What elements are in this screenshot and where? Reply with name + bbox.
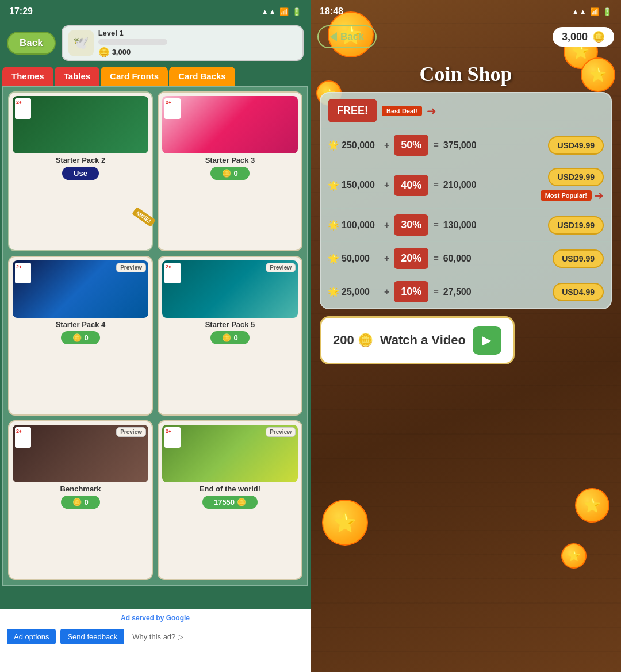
ad-served-text: Ad served by Google bbox=[0, 609, 310, 627]
action-button-5[interactable]: 🪙 0 bbox=[61, 496, 99, 509]
right-coins-badge: 3,000 🪙 bbox=[553, 27, 614, 47]
coin-icon-small: 🪙 bbox=[98, 47, 110, 57]
coin-icon-3: 🪙 bbox=[72, 333, 82, 342]
theme-grid: 2♦ MINE! Starter Pack 2 Use 2♦ Starter P… bbox=[2, 86, 308, 586]
shop-row-free: FREE! Best Deal! ➜ bbox=[321, 93, 611, 129]
battery-icon: 🔋 bbox=[292, 7, 301, 16]
send-feedback-button[interactable]: Send feedback bbox=[60, 629, 124, 644]
preview-button-4[interactable]: Preview bbox=[266, 263, 296, 272]
right-header: Back 3,000 🪙 bbox=[310, 23, 621, 51]
plus-2: + bbox=[384, 220, 389, 231]
theme-card-5: 2♦ Preview Benchmark 🪙 0 bbox=[8, 420, 153, 580]
level-box: 🕊️ Level 1 🪙 3,000 bbox=[62, 25, 304, 61]
preview-button-6[interactable]: Preview bbox=[266, 427, 296, 437]
theme-name-5: Benchmark bbox=[60, 485, 101, 493]
shop-row-4: 🌟 25,000 + 10% = 27,500 USD4.99 bbox=[321, 275, 611, 308]
price-btn-4[interactable]: USD4.99 bbox=[553, 283, 604, 301]
preview-pink-bg: 2♦ bbox=[162, 96, 298, 153]
tab-card-backs[interactable]: Card Backs bbox=[169, 67, 235, 86]
preview-green-bg: 2♦ bbox=[13, 96, 148, 153]
theme-preview-3: 2♦ Preview bbox=[13, 260, 148, 318]
coins-value: 3,000 bbox=[112, 48, 131, 56]
watch-coin-icon: 🪙 bbox=[358, 333, 373, 348]
tab-card-fronts[interactable]: Card Fronts bbox=[101, 67, 168, 86]
plus-0: + bbox=[384, 140, 389, 151]
total-3: 60,000 bbox=[443, 254, 548, 264]
price-btn-1[interactable]: USD29.99 bbox=[548, 168, 604, 186]
coin-star-0: 🌟 bbox=[328, 140, 339, 151]
shop-base-2: 🌟 100,000 bbox=[328, 220, 379, 231]
shop-row-3: 🌟 50,000 + 20% = 60,000 USD9.99 bbox=[321, 242, 611, 275]
free-badge: FREE! bbox=[328, 99, 377, 122]
right-status-icons: ▲▲ 📶 🔋 bbox=[572, 7, 612, 16]
back-arrow-icon bbox=[330, 32, 337, 41]
coin-star-3: 🌟 bbox=[328, 253, 339, 264]
left-panel: 17:29 ▲▲ 📶 🔋 Back 🕊️ Level 1 🪙 3,000 bbox=[0, 0, 310, 672]
price-btn-0[interactable]: USD49.99 bbox=[548, 136, 604, 155]
theme-card-6: 2♦ Preview End of the world! 17550 🪙 bbox=[158, 420, 302, 580]
shop-base-1: 🌟 150,000 bbox=[328, 180, 379, 191]
right-coins-value: 3,000 bbox=[562, 31, 588, 43]
right-panel: ⭐ ⭐ ⭐ ⭐ ⭐ ⭐ ⭐ 18:48 ▲▲ 📶 🔋 Back 3,000 🪙 … bbox=[310, 0, 621, 672]
coin-deco-7: ⭐ bbox=[561, 543, 586, 569]
coin-deco-6: ⭐ bbox=[575, 488, 610, 523]
mine-badge: MINE! bbox=[132, 207, 156, 227]
action-button-6[interactable]: 17550 🪙 bbox=[202, 496, 258, 509]
right-back-button[interactable]: Back bbox=[317, 25, 377, 48]
shop-base-4: 🌟 25,000 bbox=[328, 286, 379, 297]
plus-3: + bbox=[384, 254, 389, 264]
action-button-4[interactable]: 🪙 0 bbox=[210, 331, 249, 344]
best-deal-badge: Best Deal! bbox=[382, 106, 422, 116]
left-time: 17:29 bbox=[9, 6, 33, 17]
ad-buttons-row: Ad options Send feedback Why this ad? ▷ bbox=[0, 627, 310, 647]
shop-base-0: 🌟 250,000 bbox=[328, 140, 379, 151]
watch-label: Watch a Video bbox=[380, 333, 466, 348]
theme-preview-6: 2♦ Preview bbox=[162, 425, 298, 482]
right-wifi-icon: 📶 bbox=[590, 7, 599, 16]
total-2: 130,000 bbox=[443, 220, 544, 231]
use-button-1[interactable]: Use bbox=[62, 167, 99, 180]
tab-tables[interactable]: Tables bbox=[55, 67, 99, 86]
shop-base-3: 🌟 50,000 bbox=[328, 253, 379, 264]
signal-icon: ▲▲ bbox=[261, 7, 276, 16]
progress-bar bbox=[98, 39, 167, 45]
play-icon-box: ▶ bbox=[473, 326, 501, 355]
bonus-pct-0: 50% bbox=[394, 135, 428, 156]
bonus-pct-1: 40% bbox=[394, 175, 428, 196]
coin-icon-5: 🪙 bbox=[72, 498, 82, 506]
level-text: Level 1 bbox=[98, 29, 167, 37]
action-button-3[interactable]: 🪙 0 bbox=[61, 331, 99, 344]
action-button-2[interactable]: 🪙 0 bbox=[210, 167, 249, 180]
theme-card-3: 2♦ Preview Starter Pack 4 🪙 0 bbox=[8, 256, 153, 416]
left-back-button[interactable]: Back bbox=[7, 32, 56, 55]
right-signal-icon: ▲▲ bbox=[572, 7, 586, 16]
preview-button-5[interactable]: Preview bbox=[116, 427, 146, 437]
card-sample-6: 2♦ bbox=[164, 427, 181, 448]
coin-star-1: 🌟 bbox=[328, 180, 339, 191]
arrow-icon-1: ➜ bbox=[427, 104, 436, 118]
equals-1: = bbox=[433, 180, 438, 190]
why-this-ad-button[interactable]: Why this ad? ▷ bbox=[129, 629, 187, 644]
price-btn-3[interactable]: USD9.99 bbox=[553, 249, 604, 268]
theme-card-2: 2♦ Starter Pack 3 🪙 0 bbox=[158, 91, 302, 251]
watch-video-button[interactable]: 200 🪙 Watch a Video ▶ bbox=[320, 316, 515, 364]
theme-name-2: Starter Pack 3 bbox=[205, 156, 255, 164]
ad-options-button[interactable]: Ad options bbox=[7, 629, 56, 644]
total-1: 210,000 bbox=[443, 180, 536, 190]
theme-preview-1: 2♦ bbox=[13, 96, 148, 153]
theme-name-4: Starter Pack 5 bbox=[205, 320, 255, 329]
right-time: 18:48 bbox=[320, 6, 343, 17]
watch-coins: 200 🪙 bbox=[333, 333, 373, 348]
play-icon: ▶ bbox=[482, 333, 492, 348]
bird-avatar: 🕊️ bbox=[68, 30, 94, 56]
card-sample-3: 2♦ bbox=[15, 263, 31, 283]
equals-2: = bbox=[433, 220, 438, 231]
level-info: Level 1 🪙 3,000 bbox=[98, 29, 167, 57]
coin-deco-5: ⭐ bbox=[322, 500, 368, 546]
total-4: 27,500 bbox=[443, 287, 548, 297]
equals-4: = bbox=[433, 287, 438, 297]
tab-themes[interactable]: Themes bbox=[2, 67, 53, 86]
price-btn-2[interactable]: USD19.99 bbox=[548, 216, 604, 235]
right-coin-icon: 🪙 bbox=[592, 30, 605, 43]
preview-button-3[interactable]: Preview bbox=[116, 263, 146, 272]
